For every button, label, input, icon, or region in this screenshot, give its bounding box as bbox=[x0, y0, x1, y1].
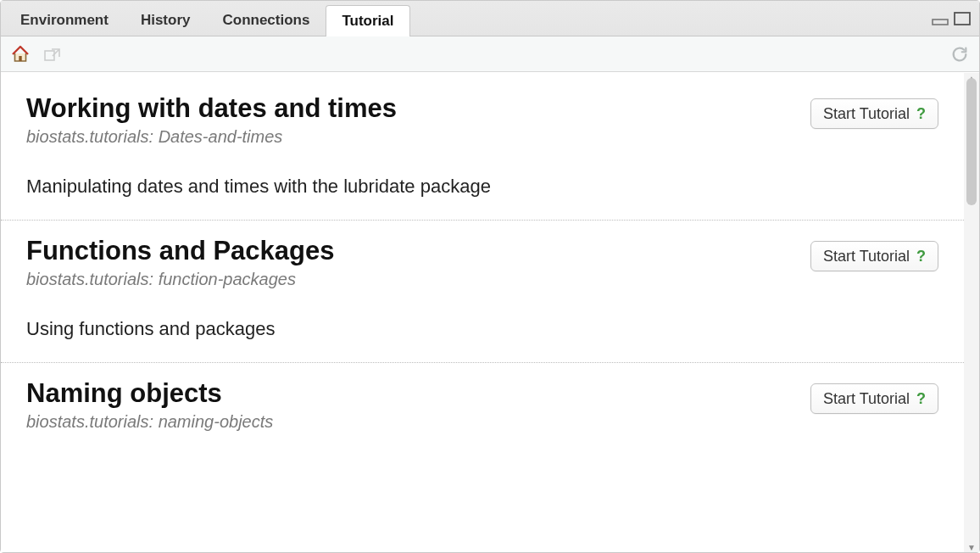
maximize-icon[interactable] bbox=[954, 12, 971, 25]
tutorial-title: Working with dates and times bbox=[26, 93, 810, 124]
tab-connections[interactable]: Connections bbox=[206, 4, 326, 36]
start-tutorial-label: Start Tutorial bbox=[823, 105, 910, 123]
home-icon[interactable] bbox=[9, 43, 31, 65]
start-tutorial-button[interactable]: Start Tutorial ? bbox=[810, 383, 938, 414]
tutorial-list: Working with dates and times biostats.tu… bbox=[1, 73, 964, 552]
svg-rect-1 bbox=[955, 13, 970, 25]
tab-strip: Environment History Connections Tutorial bbox=[1, 1, 979, 36]
start-tutorial-label: Start Tutorial bbox=[823, 390, 910, 408]
tutorial-item: Functions and Packages biostats.tutorial… bbox=[1, 221, 964, 363]
scroll-down-icon[interactable]: ▼ bbox=[964, 540, 979, 553]
svg-rect-0 bbox=[933, 20, 948, 25]
tutorial-pane: Environment History Connections Tutorial bbox=[0, 0, 980, 553]
tutorial-title: Naming objects bbox=[26, 378, 810, 409]
popout-icon bbox=[42, 43, 64, 65]
tab-label: Tutorial bbox=[342, 13, 393, 30]
tab-history[interactable]: History bbox=[125, 4, 207, 36]
start-tutorial-label: Start Tutorial bbox=[823, 248, 910, 265]
tutorial-description: Manipulating dates and times with the lu… bbox=[26, 176, 938, 198]
tutorial-subtitle: biostats.tutorials: Dates-and-times bbox=[26, 127, 810, 147]
scrollbar-thumb[interactable] bbox=[966, 78, 977, 205]
help-icon: ? bbox=[916, 105, 926, 123]
tab-label: Environment bbox=[20, 12, 109, 29]
minimize-icon[interactable] bbox=[932, 12, 949, 25]
tab-tutorial[interactable]: Tutorial bbox=[326, 5, 409, 36]
tab-environment[interactable]: Environment bbox=[4, 4, 125, 36]
tab-label: Connections bbox=[222, 12, 309, 29]
tutorial-title: Functions and Packages bbox=[26, 236, 810, 266]
start-tutorial-button[interactable]: Start Tutorial ? bbox=[810, 98, 938, 129]
tutorial-subtitle: biostats.tutorials: function-packages bbox=[26, 270, 810, 289]
tutorial-content-area: Working with dates and times biostats.tu… bbox=[1, 72, 979, 552]
refresh-icon[interactable] bbox=[949, 43, 971, 65]
tutorial-toolbar bbox=[1, 36, 979, 72]
window-controls bbox=[932, 1, 971, 36]
start-tutorial-button[interactable]: Start Tutorial ? bbox=[810, 241, 938, 271]
help-icon: ? bbox=[916, 390, 926, 408]
tutorial-description: Using functions and packages bbox=[26, 318, 938, 340]
tutorial-item: Naming objects biostats.tutorials: namin… bbox=[1, 363, 964, 483]
scrollbar[interactable]: ▲ ▼ bbox=[964, 73, 979, 552]
tab-label: History bbox=[141, 12, 191, 29]
tutorial-item: Working with dates and times biostats.tu… bbox=[1, 78, 964, 221]
tutorial-subtitle: biostats.tutorials: naming-objects bbox=[26, 412, 810, 432]
svg-rect-2 bbox=[19, 56, 21, 61]
help-icon: ? bbox=[916, 248, 926, 265]
